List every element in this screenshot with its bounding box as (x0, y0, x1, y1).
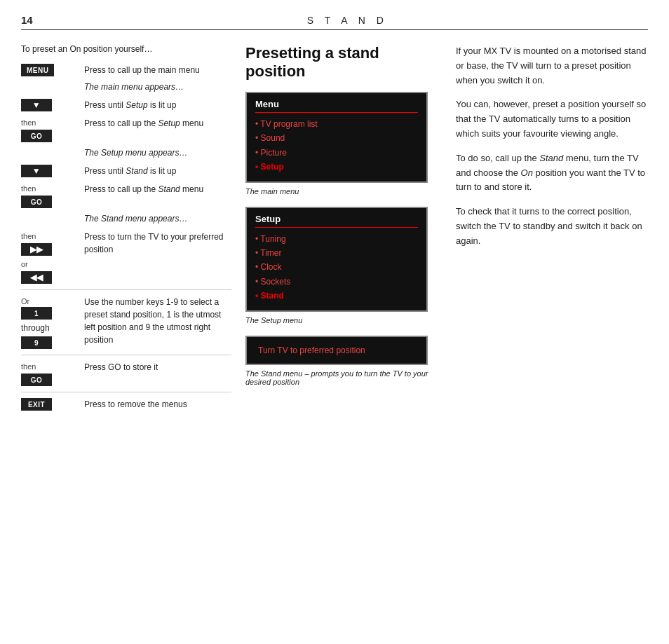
exit-text: Press to remove the menus (84, 398, 231, 411)
setup-item-0: • Tuning (255, 232, 418, 246)
menu-item-1: • Sound (255, 131, 418, 145)
step-go3-row: then GO Press GO to store it (21, 361, 231, 386)
go-button-2[interactable]: GO (21, 196, 52, 208)
then-label-1: then (21, 118, 36, 127)
then-label-4: then (21, 362, 36, 371)
go-button-3[interactable]: GO (21, 374, 52, 386)
step-go2-row: then GO Press to call up the Stand menu (21, 183, 231, 208)
num-9-button[interactable]: 9 (21, 336, 52, 349)
stand-prompt-text: Turn TV to preferred position (258, 345, 415, 355)
down-button-2[interactable]: ▼ (21, 165, 52, 177)
setup-menu-title: Setup (255, 214, 418, 228)
menu-item-3: • Setup (255, 160, 418, 174)
main-menu-caption: The main menu (245, 187, 435, 196)
step-exit-row: EXIT Press to remove the menus (21, 398, 231, 411)
setup-menu-caption: The Setup menu (245, 316, 435, 324)
page-number: 14 (21, 14, 33, 26)
go-button-1[interactable]: GO (21, 130, 52, 142)
right-para-0: If your MX TV is mounted on a motorised … (456, 44, 648, 88)
step-down2-text: Press until Stand is lit up (84, 165, 231, 177)
setup-item-2: • Clock (255, 260, 418, 274)
header-title: S T A N D (47, 15, 648, 26)
step-down1-row: ▼ Press until Setup is lit up (21, 99, 231, 111)
intro-text: To preset an On position yourself… (21, 44, 231, 54)
setup-menu-box: Setup • Tuning • Timer • Clock • Sockets… (245, 207, 428, 312)
btn-col-ff: then ▶▶ or ◀◀ (21, 231, 84, 284)
or-label-2: Or (21, 297, 29, 306)
step-menu-text: Press to call up the main menu (84, 64, 231, 76)
page-header: 14 S T A N D (21, 14, 648, 30)
btn-col-menu: MENU (21, 64, 84, 76)
right-para-1: You can, however, preset a position your… (456, 97, 648, 141)
or-label-1: or (21, 260, 28, 268)
ff-button[interactable]: ▶▶ (21, 243, 52, 256)
then-label-3: then (21, 232, 36, 240)
menu-followup: The main menu appears… (21, 82, 231, 92)
main-menu-title: Menu (255, 99, 418, 113)
setup-followup: The Setup menu appears… (21, 148, 231, 158)
step-ff-row: then ▶▶ or ◀◀ Press to turn the TV to yo… (21, 231, 231, 284)
step-down1-text: Press until Setup is lit up (84, 99, 231, 111)
stand-prompt-box: Turn TV to preferred position (245, 336, 428, 365)
main-menu-box: Menu • TV program list • Sound • Picture… (245, 92, 428, 183)
step-go1-text: Press to call up the Setup menu (84, 117, 231, 130)
step-go2-text: Press to call up the Stand menu (84, 183, 231, 196)
section-title: Presetting a stand position (245, 44, 435, 81)
step-menu-row: MENU Press to call up the main menu (21, 64, 231, 76)
btn-col-go3: then GO (21, 361, 84, 386)
exit-button[interactable]: EXIT (21, 398, 52, 411)
through-label: through (21, 323, 50, 333)
btn-col-down2: ▼ (21, 165, 84, 177)
setup-item-4: • Stand (255, 289, 418, 303)
stand-followup: The Stand menu appears… (21, 214, 231, 224)
btn-col-go2: then GO (21, 183, 84, 208)
number-keys-text: Use the number keys 1-9 to select a pres… (84, 296, 231, 346)
btn-col-go1: then GO (21, 117, 84, 142)
go3-text: Press GO to store it (84, 361, 231, 374)
num-1-button[interactable]: 1 (21, 307, 52, 320)
setup-item-3: • Sockets (255, 275, 418, 289)
right-para-2: To do so, call up the Stand menu, turn t… (456, 151, 648, 195)
divider-3 (21, 392, 231, 392)
page-container: 14 S T A N D To preset an On position yo… (0, 0, 669, 644)
right-para-3: To check that it turns to the correct po… (456, 205, 648, 248)
menu-item-2: • Picture (255, 146, 418, 160)
step-go1-row: then GO Press to call up the Setup menu (21, 117, 231, 142)
main-content: To preset an On position yourself… MENU … (21, 44, 648, 416)
rew-button[interactable]: ◀◀ (21, 271, 52, 284)
right-column: If your MX TV is mounted on a motorised … (449, 44, 648, 416)
or-number-section: Or 1 through 9 Use the number keys 1-9 t… (21, 296, 231, 349)
down-button-1[interactable]: ▼ (21, 99, 52, 111)
btn-col-exit: EXIT (21, 398, 84, 411)
menu-button[interactable]: MENU (21, 64, 54, 76)
divider-1 (21, 289, 231, 290)
menu-item-0: • TV program list (255, 117, 418, 131)
stand-prompt-caption: The Stand menu – prompts you to turn the… (245, 369, 435, 386)
left-column: To preset an On position yourself… MENU … (21, 44, 245, 416)
step-down2-row: ▼ Press until Stand is lit up (21, 165, 231, 177)
through-btn-col: Or 1 through 9 (21, 296, 84, 349)
middle-column: Presetting a stand position Menu • TV pr… (245, 44, 449, 416)
btn-col-down1: ▼ (21, 99, 84, 111)
divider-2 (21, 355, 231, 355)
step-ff-text: Press to turn the TV to your preferred p… (84, 231, 231, 256)
setup-item-1: • Timer (255, 246, 418, 260)
then-label-2: then (21, 184, 36, 193)
